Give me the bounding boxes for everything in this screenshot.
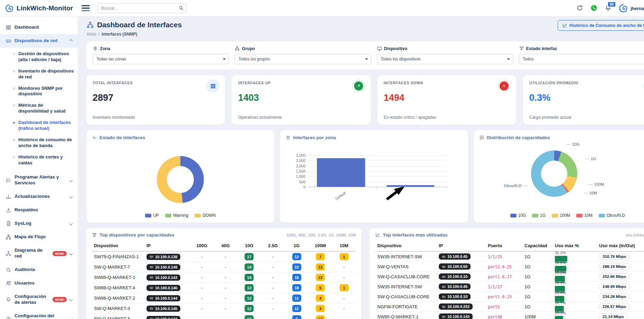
column-header[interactable]: 2.5G bbox=[261, 241, 285, 251]
sidebar-item-actualizaciones[interactable]: Actualizaciones bbox=[0, 190, 78, 203]
column-header[interactable]: IP bbox=[144, 241, 190, 251]
refresh-button[interactable] bbox=[576, 4, 583, 12]
column-header[interactable]: Dispositivo bbox=[92, 241, 144, 251]
brand-name: LinkWich-Monitor bbox=[17, 4, 73, 12]
ip-badge: 10.100.0.146 bbox=[146, 285, 180, 291]
y-axis-tick-label: 1,500 bbox=[288, 169, 305, 173]
charts-row: Estado de interfaces UPWarningDOWN Inter… bbox=[86, 130, 644, 223]
sidebar-item-diagrama-de-red[interactable]: Diagrama de redNEW! bbox=[0, 244, 78, 263]
count-badge: 7 bbox=[316, 253, 325, 260]
configuracion-del-sistema-icon bbox=[6, 316, 11, 319]
column-header[interactable]: IP bbox=[437, 241, 486, 251]
legend-item-warning[interactable]: Warning bbox=[165, 213, 188, 218]
capacity: 1G bbox=[522, 282, 553, 292]
new-badge: NEW! bbox=[53, 297, 67, 302]
legend-item-1g[interactable]: 1G bbox=[532, 213, 546, 218]
legend-item-otros-n-d[interactable]: Otros/N.D bbox=[599, 213, 625, 218]
user-menu[interactable]: jhernan bbox=[618, 3, 644, 13]
count-badge: 18 bbox=[292, 284, 301, 291]
sidebar-item-usuarios[interactable]: Usuarios bbox=[0, 277, 78, 290]
sidebar-subitem-gestion-dispositivos[interactable]: Gestión de dispositivos (alta / edición … bbox=[0, 48, 78, 66]
legend-item-10m[interactable]: 10M bbox=[576, 213, 592, 218]
estado-interfaces-donut[interactable] bbox=[157, 156, 204, 203]
whatsapp-button[interactable] bbox=[590, 4, 598, 13]
column-header[interactable]: Puerto bbox=[486, 241, 522, 251]
usuarios-icon bbox=[6, 280, 11, 286]
sidebar-item-configuracion-del-sistema[interactable]: Configuración del sistema bbox=[0, 309, 78, 319]
table-row: SW-Q-MARKET-710.100.0.149--14-2213- bbox=[92, 262, 356, 272]
notification-count-badge: 60 bbox=[607, 1, 616, 7]
count-badge: 12 bbox=[245, 315, 254, 319]
legend-swatch bbox=[532, 214, 538, 218]
total-interfaces-value: 2897 bbox=[93, 93, 219, 103]
chart-line-icon bbox=[562, 23, 567, 28]
programar-alertas-servicios-icon bbox=[6, 177, 11, 183]
legend-item-100m[interactable]: 100M bbox=[552, 213, 570, 218]
ip-badge: 10.100.0.253 bbox=[439, 303, 473, 310]
column-header[interactable]: 100G bbox=[190, 241, 214, 251]
search-input[interactable] bbox=[97, 3, 187, 13]
hamburger-menu-button[interactable] bbox=[82, 5, 90, 11]
sidebar-item-label: Usuarios bbox=[15, 280, 74, 286]
mapa-de-flujo-icon bbox=[6, 234, 11, 240]
dispositivos-de-red-icon bbox=[6, 38, 11, 44]
interfaces-caption: Uso In/Out actual bbox=[625, 233, 644, 237]
device-name: SW85-Q-MARKET-1 bbox=[92, 272, 144, 283]
column-header[interactable]: 10G bbox=[237, 241, 261, 251]
dispositivo-select[interactable]: Todos los dispositivos bbox=[377, 54, 513, 64]
y-axis-tick-label: 1,000 bbox=[288, 174, 305, 178]
ip-badge: 10.100.0.143 bbox=[146, 274, 180, 281]
capacidades-donut[interactable] bbox=[531, 151, 577, 197]
device-name: SW88-Q-MARKET-4 bbox=[92, 283, 144, 293]
bar-default[interactable] bbox=[317, 158, 365, 187]
column-header[interactable]: 10M bbox=[332, 241, 356, 251]
sidebar-subitem-inventario-dispositivos[interactable]: Inventario de dispositivos de red bbox=[0, 66, 78, 83]
legend-item-10g[interactable]: 10G bbox=[510, 213, 526, 218]
legend-item-up[interactable]: UP bbox=[145, 213, 159, 218]
legend-swatch bbox=[599, 214, 605, 218]
estado-interfaz-select[interactable]: Todos bbox=[519, 54, 644, 64]
column-header[interactable]: 1G bbox=[285, 241, 309, 251]
interfaces-down-value: 1494 bbox=[384, 93, 510, 103]
sidebar-item-dashboard[interactable]: Dashboard bbox=[0, 21, 78, 34]
sidebar-subitem-dashboard-interfaces[interactable]: Dashboard de interfaces (tráfico actual) bbox=[0, 117, 78, 134]
funnel-icon bbox=[519, 46, 524, 51]
sidebar-subitem-historico-cortes[interactable]: Histórico de cortes y caídas bbox=[0, 152, 78, 169]
count-badge: 12 bbox=[245, 305, 254, 312]
column-header[interactable]: 100M bbox=[309, 241, 332, 251]
device-name: NGFW-FORTIGATE bbox=[375, 302, 437, 312]
column-header[interactable]: Uso máx % bbox=[553, 241, 597, 251]
sidebar-subitem-monitoreo-snmp[interactable]: Monitoreo SNMP por dispositivo bbox=[0, 83, 78, 100]
sidebar-item-programar-alertas-servicios[interactable]: Programar Alertas y Servicios bbox=[0, 171, 78, 190]
legend-item-down[interactable]: DOWN bbox=[195, 213, 216, 218]
search-icon[interactable] bbox=[178, 5, 184, 11]
bandwidth-history-button[interactable]: Histórico de Consumo de ancho de banda bbox=[558, 20, 644, 31]
chevron-down-icon bbox=[69, 298, 73, 301]
arrow-up-right-icon bbox=[356, 84, 361, 88]
grupo-select[interactable]: Todos los grupos bbox=[235, 54, 371, 64]
column-header[interactable]: 40G bbox=[214, 241, 238, 251]
sidebar-item-mapa-de-flujo[interactable]: Mapa de Flujo bbox=[0, 230, 78, 244]
column-header[interactable]: Uso máx (In/Out) bbox=[597, 241, 644, 251]
notifications-button[interactable]: 60 bbox=[605, 4, 612, 12]
sidebar-item-dispositivos-de-red[interactable]: Dispositivos de red bbox=[0, 34, 78, 48]
respaldos-icon bbox=[6, 207, 11, 213]
column-header[interactable]: Dispositivo bbox=[375, 241, 437, 251]
column-header[interactable]: Capacidad bbox=[522, 241, 553, 251]
brand[interactable]: LinkWich-Monitor bbox=[0, 4, 78, 13]
breadcrumb-home[interactable]: Inicio bbox=[87, 32, 96, 37]
legend-swatch bbox=[145, 214, 151, 218]
sidebar-subitem-metricas-disponibilidad[interactable]: Métricas de disponibilidad y salud bbox=[0, 100, 78, 117]
sidebar-item-syslog[interactable]: SysLog bbox=[0, 217, 78, 230]
sidebar-item-configuracion-de-alertas[interactable]: Configuración de alertasNEW! bbox=[0, 290, 78, 309]
stat-interfaces-down: INTERFACES DOWN 1494 En estado crítico /… bbox=[378, 75, 516, 125]
sidebar-subitem-historico-ancho-banda[interactable]: Histórico de consumo de ancho de banda bbox=[0, 134, 78, 152]
sidebar-item-respaldos[interactable]: Respaldos bbox=[0, 203, 78, 217]
sidebar-item-auditoria[interactable]: Auditoría bbox=[0, 263, 78, 277]
ip-badge: 10.100.0.147 bbox=[146, 316, 180, 319]
legend-swatch bbox=[165, 214, 171, 218]
interfaces-por-zona-chart[interactable]: 3,0002,5002,0001,5001,0005000Default bbox=[307, 155, 447, 207]
table-row: SW85-Q-MARKET-110.100.0.143port46100M21.… bbox=[375, 312, 644, 319]
sidebar-item-label: Mapa de Flujo bbox=[15, 234, 74, 240]
zona-select[interactable]: Todas las zonas bbox=[93, 54, 229, 64]
